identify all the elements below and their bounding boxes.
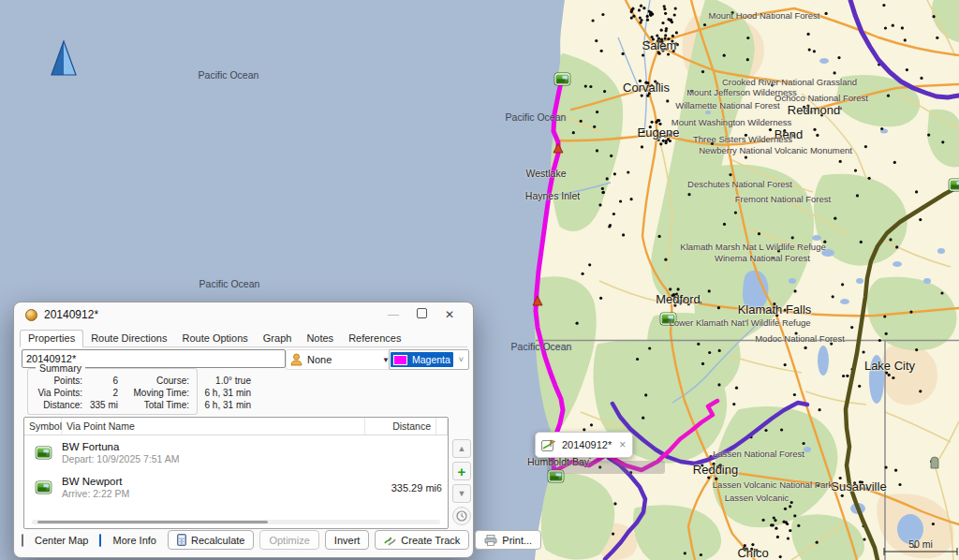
route-tooltip-label: 20140912* — [562, 439, 612, 450]
center-map-checkbox[interactable] — [22, 534, 23, 547]
minimize-button: — — [379, 308, 407, 321]
time-button[interactable] — [452, 507, 471, 525]
add-via-point-button[interactable]: + — [452, 462, 471, 480]
summary-row: Via Points:2 Moving Time:6 h, 31 min — [30, 387, 195, 399]
via-point-name: BW Newport — [62, 476, 123, 487]
move-up-button[interactable]: ▲ — [452, 439, 471, 458]
optimize-button[interactable]: Optimize — [259, 530, 318, 550]
table-row[interactable]: BW Fortuna Depart: 10/9/2025 7:51 AM — [24, 435, 448, 470]
color-dropdown-value: Magenta — [412, 354, 450, 365]
tab-references[interactable]: References — [341, 331, 408, 346]
summary-legend: Summary — [36, 362, 85, 374]
maximize-icon — [417, 308, 427, 318]
reorder-buttons: ▲ + ▼ — [452, 439, 471, 525]
milestone-icon — [931, 457, 938, 468]
recalculate-button[interactable]: Recalculate — [168, 530, 254, 550]
tab-route-directions[interactable]: Route Directions — [83, 331, 174, 346]
more-info-label: More Info — [112, 535, 155, 546]
track-icon — [384, 535, 396, 546]
via-points-table[interactable]: Symbol Via Point Name Distance BW Fortun… — [23, 417, 449, 529]
waypoint-icon — [35, 446, 52, 460]
via-point-name: BW Fortuna — [62, 441, 119, 452]
color-dropdown-selection: Magenta — [391, 352, 453, 367]
tab-strip: Properties Route Directions Route Option… — [20, 330, 467, 347]
col-distance: Distance — [365, 418, 436, 435]
link-dropdown-value: None — [307, 354, 377, 365]
waypoint-icon — [949, 179, 959, 191]
tab-properties[interactable]: Properties — [20, 330, 83, 347]
dialog-title: 20140912* — [44, 308, 379, 321]
tab-route-options[interactable]: Route Options — [174, 331, 255, 346]
center-map-label: Center Map — [35, 535, 88, 546]
color-dropdown[interactable]: Magenta ˅ — [389, 349, 469, 370]
tab-graph[interactable]: Graph — [256, 331, 300, 346]
col-symbol: Symbol — [24, 418, 62, 435]
magenta-swatch — [393, 355, 407, 365]
route-highlight-bar — [547, 461, 665, 474]
waypoint-icon — [35, 480, 52, 494]
calculator-icon — [177, 534, 186, 546]
more-info-checkbox[interactable] — [99, 534, 101, 547]
invert-button[interactable]: Invert — [325, 530, 370, 550]
scrollbar-thumb[interactable] — [37, 521, 268, 523]
chevron-down-icon: ˅ — [454, 355, 468, 364]
col-clipped — [436, 418, 448, 435]
maximize-button[interactable] — [407, 308, 435, 321]
create-track-button[interactable]: Create Track — [375, 530, 469, 550]
app-window: Pacific OceanPacific OceanPacific OceanP… — [0, 0, 959, 560]
person-icon — [290, 353, 302, 366]
horizontal-scrollbar[interactable] — [32, 520, 440, 524]
via-point-subtext: Depart: 10/9/2025 7:51 AM — [62, 453, 180, 464]
printer-icon — [484, 535, 497, 546]
col-via-point-name: Via Point Name — [62, 418, 365, 435]
summary-row: Distance:335 mi Total Time:6 h, 31 min — [30, 399, 195, 411]
route-tooltip[interactable]: 20140912* × — [535, 432, 633, 458]
waypoint-icon — [554, 73, 570, 85]
move-down-button[interactable]: ▼ — [452, 484, 471, 503]
tooltip-close-icon[interactable]: × — [619, 439, 626, 450]
close-button[interactable]: ✕ — [435, 308, 464, 321]
route-dialog-icon — [25, 309, 37, 321]
clipped-cell: 6 — [436, 482, 448, 494]
clock-icon — [456, 510, 467, 522]
route-properties-dialog: 20140912* — ✕ Properties Route Direction… — [13, 302, 474, 558]
tab-notes[interactable]: Notes — [299, 331, 341, 346]
summary-groupbox: Summary Points:6 Course:1.0° true Via Po… — [27, 368, 198, 415]
via-point-subtext: Arrive: 2:22 PM — [62, 488, 129, 499]
table-row[interactable]: BW Newport Arrive: 2:22 PM 335.29 mi 6 — [24, 470, 448, 505]
print-button[interactable]: Print... — [475, 530, 541, 550]
link-dropdown[interactable]: None ▼ — [286, 349, 394, 370]
table-header: Symbol Via Point Name Distance — [24, 418, 448, 435]
summary-row: Points:6 Course:1.0° true — [30, 375, 195, 387]
route-flag-icon — [541, 439, 556, 451]
north-arrow-icon — [52, 41, 76, 75]
dialog-footer: Center Map More Info Recalculate Optimiz… — [22, 529, 465, 551]
waypoint-icon — [660, 313, 676, 325]
via-point-distance: 335.29 mi — [365, 482, 436, 494]
dialog-titlebar[interactable]: 20140912* — ✕ — [14, 302, 473, 327]
